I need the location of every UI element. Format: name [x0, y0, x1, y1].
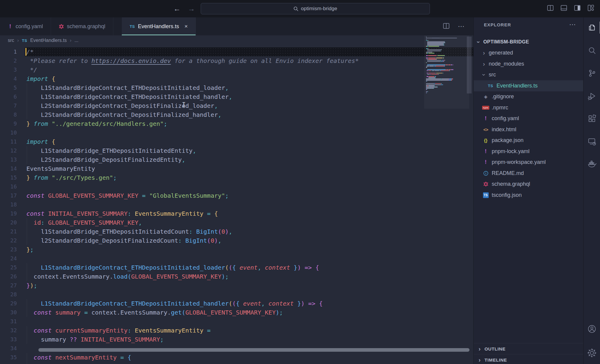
code-line[interactable]: 27}); [0, 281, 473, 290]
code-line[interactable]: 32 const currentSummaryEntity: EventsSum… [0, 326, 473, 335]
tree-item-tsconfig.json[interactable]: TStsconfig.json [474, 190, 584, 201]
tree-item-generated[interactable]: ›generated [474, 48, 584, 59]
toggle-secondary-sidebar-icon[interactable] [574, 4, 581, 12]
search-icon[interactable] [584, 42, 600, 59]
tree-item-label: OPTIMISM-BRIDGE [483, 39, 529, 45]
explorer-icon[interactable] [584, 19, 600, 36]
minimap[interactable] [426, 37, 468, 94]
breadcrumb[interactable]: src›TSEventHandlers.ts›... [0, 35, 473, 46]
code-line[interactable]: 25 L1StandardBridgeContract_ETHDepositIn… [0, 263, 473, 272]
code-line[interactable]: 26 context.EventsSummary.load(GLOBAL_EVE… [0, 272, 473, 281]
run-debug-icon[interactable] [584, 87, 600, 104]
timeline-section[interactable]: › TIMELINE [474, 354, 584, 364]
vertical-scrollbar[interactable] [467, 37, 472, 93]
code-text: */ [26, 65, 37, 74]
code-line[interactable]: 36 ...currentSummaryEntity, [0, 362, 473, 364]
code-line[interactable]: 1/* [0, 47, 473, 56]
code-line[interactable]: 7 L2StandardBridgeContract_DepositFinali… [0, 101, 473, 110]
minimap-line [426, 59, 468, 60]
close-icon[interactable]: × [184, 23, 188, 30]
code-line[interactable]: 23}; [0, 245, 473, 254]
tree-item-index.html[interactable]: <>index.html [474, 124, 584, 135]
yaml-file-icon: ! [8, 23, 13, 30]
code-line[interactable]: 13 L2StandardBridge_DepositFinalizedEnti… [0, 155, 473, 164]
code-line[interactable]: 14EventsSummaryEntity [0, 164, 473, 173]
code-line[interactable]: 30 const summary = context.EventsSummary… [0, 308, 473, 317]
settings-gear-icon[interactable] [584, 345, 600, 361]
code-line[interactable]: 19const INITIAL_EVENTS_SUMMARY: EventsSu… [0, 209, 473, 218]
code-line[interactable]: 21 l1StandardBridge_ETHDepositInitiatedC… [0, 227, 473, 236]
tree-item-node_modules[interactable]: ›node_modules [474, 58, 584, 70]
code-line[interactable]: 29 L1StandardBridgeContract_ETHDepositIn… [0, 299, 473, 308]
code-line[interactable]: 5 L1StandardBridgeContract_ETHDepositIni… [0, 83, 473, 92]
tree-item-README.md[interactable]: README.md [474, 168, 584, 179]
code-line[interactable]: 24 [0, 254, 473, 263]
code-line[interactable]: 3 */ [0, 65, 473, 74]
tab-schema.graphql[interactable]: schema.graphql [51, 17, 113, 35]
breadcrumb-item[interactable]: EventHandlers.ts [30, 38, 67, 43]
minimap-line [426, 78, 468, 79]
code-line[interactable]: 16 [0, 182, 473, 191]
code-line[interactable]: 18 [0, 200, 473, 209]
indent-guide [27, 236, 27, 245]
extensions-icon[interactable] [584, 110, 600, 127]
tree-item-config.yaml[interactable]: !config.yaml [474, 113, 584, 124]
line-number: 27 [0, 281, 17, 290]
tree-item-pnpm-workspace.yaml[interactable]: !pnpm-workspace.yaml [474, 157, 584, 168]
customize-layout-icon[interactable] [587, 4, 595, 12]
code-line[interactable]: 22 l2StandardBridge_DepositFinalizedCoun… [0, 236, 473, 245]
source-control-icon[interactable] [584, 65, 600, 81]
tab-config.yaml[interactable]: !config.yaml [0, 17, 51, 35]
code-line[interactable]: 15} from "./src/Types.gen"; [0, 173, 473, 182]
split-editor-icon[interactable] [547, 4, 554, 12]
tree-item-.gitignore[interactable]: ◈.gitignore [474, 91, 584, 102]
horizontal-scrollbar[interactable] [38, 348, 470, 352]
code-line[interactable]: 2 *Please refer to https://docs.envio.de… [0, 56, 473, 65]
nav-forward-icon[interactable]: → [188, 0, 195, 17]
indent-guide [27, 326, 27, 335]
account-icon[interactable] [584, 321, 600, 337]
tree-item-.npmrc[interactable]: npm.npmrc [474, 102, 584, 113]
code-text: L2StandardBridge_DepositFinalizedEntity, [26, 155, 185, 164]
yaml-file-icon: ! [483, 148, 488, 155]
tree-item-package.json[interactable]: {}package.json [474, 135, 584, 146]
code-line[interactable]: 28 [0, 290, 473, 299]
indent-guide [27, 263, 27, 272]
code-line[interactable]: 17const GLOBAL_EVENTS_SUMMARY_KEY = "Glo… [0, 191, 473, 200]
line-number: 33 [0, 335, 17, 344]
tree-item-OPTIMISM-BRIDGE[interactable]: ›OPTIMISM-BRIDGE [474, 37, 584, 48]
tree-item-src[interactable]: ›src [474, 70, 584, 81]
code-line[interactable]: 35 const nextSummaryEntity = { [0, 353, 473, 362]
tree-item-EventHandlers.ts[interactable]: TSEventHandlers.ts [474, 80, 584, 91]
remote-explorer-icon[interactable] [584, 133, 600, 150]
outline-section[interactable]: › OUTLINE [474, 343, 584, 354]
command-center-search[interactable]: optimism-bridge [201, 3, 430, 14]
code-line[interactable]: 31 [0, 317, 473, 326]
tab-EventHandlers.ts[interactable]: TSEventHandlers.ts× [122, 17, 196, 35]
explorer-more-icon[interactable]: ⋯ [569, 21, 576, 28]
tree-item-label: schema.graphql [492, 181, 530, 187]
tree-item-schema.graphql[interactable]: schema.graphql [474, 179, 584, 190]
code-line[interactable]: 11import { [0, 137, 473, 146]
breadcrumb-item[interactable]: ... [74, 38, 78, 43]
code-line[interactable]: 10 [0, 128, 473, 137]
breadcrumb-item[interactable]: src [8, 38, 14, 43]
code-line[interactable]: 8 L2StandardBridgeContract_DepositFinali… [0, 110, 473, 119]
indent-guide [27, 272, 27, 281]
nav-back-icon[interactable]: ← [173, 0, 181, 17]
split-editor-icon[interactable] [442, 22, 450, 31]
editor-more-actions-icon[interactable]: ⋯ [458, 22, 465, 30]
indent-guide [27, 101, 27, 110]
code-line[interactable]: 4import { [0, 74, 473, 83]
code-text: import { [26, 74, 55, 83]
toggle-panel-icon[interactable] [560, 4, 568, 12]
code-line[interactable]: 9} from "../generated/src/Handlers.gen"; [0, 119, 473, 128]
code-editor[interactable]: I 1/*2 *Please refer to https://docs.env… [0, 46, 473, 364]
code-line[interactable]: 33 summary ?? INITIAL_EVENTS_SUMMARY; [0, 335, 473, 344]
code-text: const GLOBAL_EVENTS_SUMMARY_KEY = "Globa… [26, 191, 229, 200]
code-line[interactable]: 12 L1StandardBridge_ETHDepositInitiatedE… [0, 146, 473, 155]
docker-icon[interactable] [584, 156, 600, 173]
code-line[interactable]: 6 L1StandardBridgeContract_ETHDepositIni… [0, 92, 473, 101]
tree-item-pnpm-lock.yaml[interactable]: !pnpm-lock.yaml [474, 146, 584, 157]
code-line[interactable]: 20 id: GLOBAL_EVENTS_SUMMARY_KEY, [0, 218, 473, 227]
